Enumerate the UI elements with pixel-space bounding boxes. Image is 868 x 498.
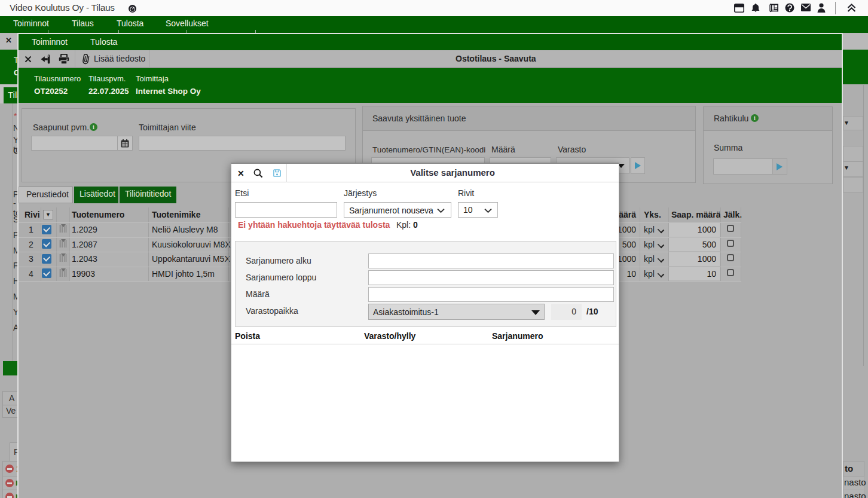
svg-text:i: i [93,124,94,130]
svg-text:i: i [754,115,756,121]
